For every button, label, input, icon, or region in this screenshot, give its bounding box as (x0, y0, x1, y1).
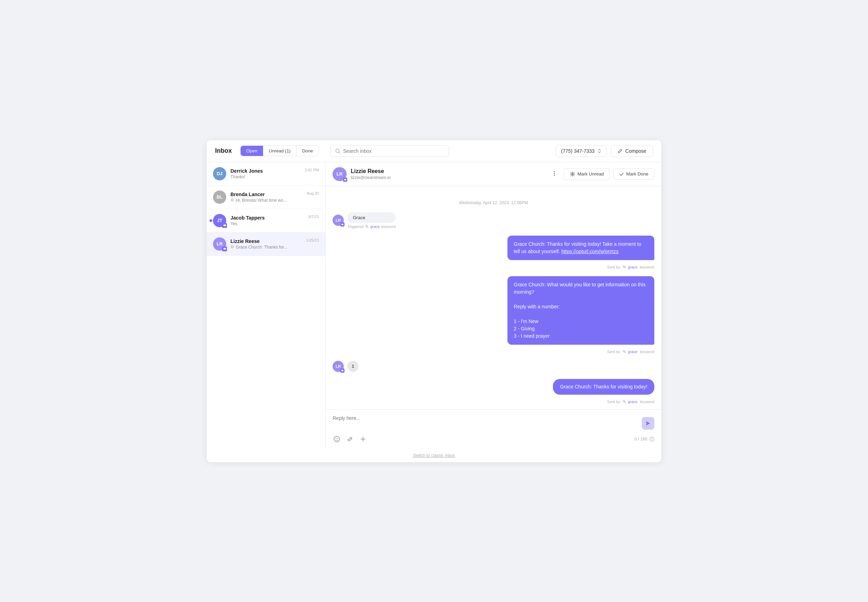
emoji-button[interactable] (333, 435, 341, 443)
sent-by-2: Sent by grace keyword (607, 350, 654, 354)
phone-selector[interactable]: (775) 347-7333 (556, 145, 607, 157)
char-count: 0 / 160 (634, 437, 654, 442)
classic-inbox-link[interactable]: Switch to classic inbox (413, 453, 455, 458)
outgoing-bubble-3: Grace Church: Thanks for visiting today! (553, 379, 654, 395)
keyword-bubble: Grace (347, 212, 396, 223)
key-icon-3 (622, 350, 626, 353)
msg-avatar-badge-4 (340, 369, 344, 373)
chat-contact-name: Lizzie Reese (351, 168, 545, 174)
svg-rect-3 (223, 248, 226, 250)
tab-unread[interactable]: Unread (1) (263, 146, 297, 156)
send-icon (645, 421, 651, 426)
phone-number: (775) 347-7333 (561, 148, 595, 154)
grace-keyword-link-3[interactable]: grace (628, 350, 638, 354)
message-group-3: Grace Church: What would you like to get… (333, 276, 654, 354)
grace-keyword-link-1[interactable]: grace (370, 224, 380, 229)
reply-icon-lr (230, 245, 234, 249)
mark-unread-button[interactable]: Mark Unread (564, 168, 610, 180)
mark-unread-label: Mark Unread (578, 171, 604, 177)
sidebar: DJ Derrick Jones Thanks! 3:41 PM BL Bren… (207, 162, 326, 449)
compose-icon (618, 149, 622, 154)
number-bubble: 1 (347, 361, 358, 372)
key-icon-2 (622, 265, 626, 269)
chat-header: LR Lizzie Reese lizzie@clearstream.io (326, 162, 661, 186)
outgoing-bubble-1: Grace Church: Thanks for visiting today!… (507, 236, 654, 260)
contact-info-lr: Lizzie Reese Grace Church: Thanks for... (230, 238, 302, 250)
avatar-badge-jt (222, 223, 227, 228)
chat-avatar-badge (343, 178, 347, 182)
chat-messages: Wednesday, April 12, 2023, 12:06PM LR Gr… (326, 186, 661, 409)
msg-avatar-badge-1 (340, 222, 344, 227)
opturl-link[interactable]: https://opturl.com/w/pnrtzs (561, 249, 618, 254)
compose-button[interactable]: Compose (611, 145, 653, 157)
svg-rect-2 (223, 224, 226, 226)
plus-icon (360, 436, 366, 442)
contact-time-bl: Aug 20 (307, 191, 319, 195)
contact-name-jt: Jacob Tappers (230, 215, 304, 221)
triggered-label: Triggered grace keyword (347, 224, 396, 229)
msg-avatar-1: LR (333, 215, 344, 226)
add-button[interactable] (359, 435, 367, 443)
search-input[interactable] (343, 148, 444, 154)
message-group-1: LR Grace Triggered g (333, 212, 654, 229)
svg-line-1 (339, 152, 340, 153)
reply-input[interactable] (333, 415, 654, 429)
tab-done[interactable]: Done (297, 146, 319, 156)
chat-header-info: Lizzie Reese lizzie@clearstream.io (351, 168, 545, 180)
message-group-4: LR 1 (333, 361, 654, 372)
chat-header-actions: Mark Unread Mark Done (564, 168, 654, 180)
svg-rect-9 (341, 224, 343, 225)
chat-avatar: LR (333, 167, 347, 181)
chevron-up-down-icon (597, 149, 602, 154)
grace-keyword-link-2[interactable]: grace (628, 265, 638, 269)
svg-rect-4 (344, 179, 346, 180)
contact-item-dj[interactable]: DJ Derrick Jones Thanks! 3:41 PM (207, 162, 325, 186)
outgoing-bubble-2: Grace Church: What would you like to get… (507, 276, 654, 345)
keyword-content-1: Grace Triggered grace keyword (347, 212, 396, 229)
contact-item-bl[interactable]: BL Brenda Lancer Hi, Brenda! What time w… (207, 186, 325, 209)
svg-point-17 (338, 438, 338, 439)
tab-open[interactable]: Open (241, 146, 263, 156)
link-icon (347, 436, 353, 442)
contact-time-dj: 3:41 PM (304, 168, 319, 172)
contact-name-dj: Derrick Jones (230, 168, 300, 174)
grace-keyword-link-4[interactable]: grace (628, 399, 638, 404)
sent-by-3: Sent by grace keyword (607, 399, 654, 404)
mark-unread-icon (570, 171, 575, 177)
contact-time-lr: 1/25/23 (306, 238, 319, 242)
header: Inbox Open Unread (1) Done (775) 347-733… (207, 140, 661, 162)
message-group-2: Grace Church: Thanks for visiting today!… (333, 236, 654, 269)
app-container: Inbox Open Unread (1) Done (775) 347-733… (207, 140, 661, 462)
date-divider: Wednesday, April 12, 2023, 12:06PM (333, 200, 654, 205)
compose-label: Compose (625, 148, 646, 154)
chat-contact-email: lizzie@clearstream.io (351, 175, 545, 180)
contact-time-jt: 9/7/23 (308, 215, 319, 219)
contact-name-bl: Brenda Lancer (230, 192, 303, 197)
contact-preview-dj: Thanks! (230, 174, 300, 179)
reply-area: 0 / 160 (326, 409, 661, 449)
reply-tools: 0 / 160 (333, 435, 654, 443)
contact-item-lr[interactable]: LR Lizzie Reese Grace Church: Thanks for… (207, 232, 325, 256)
key-icon (365, 224, 369, 228)
bottom-link-area: Switch to classic inbox (207, 449, 661, 462)
emoji-icon (333, 436, 340, 442)
avatar-jt: JT (213, 214, 226, 227)
tab-group: Open Unread (1) Done (240, 146, 319, 156)
avatar-dj: DJ (213, 167, 226, 180)
contact-preview-lr: Grace Church: Thanks for... (230, 245, 302, 250)
more-options-button[interactable] (549, 168, 559, 180)
send-button[interactable] (642, 417, 654, 430)
svg-rect-13 (341, 370, 343, 371)
mark-done-label: Mark Done (626, 171, 648, 177)
msg-avatar-4: LR (333, 361, 344, 372)
main-content: DJ Derrick Jones Thanks! 3:41 PM BL Bren… (207, 162, 661, 449)
sent-by-1: Sent by grace keyword (607, 265, 654, 269)
search-box (330, 145, 449, 157)
mark-done-icon (619, 172, 624, 177)
reply-icon-bl (230, 198, 234, 202)
link-button[interactable] (346, 435, 354, 443)
avatar-bl: BL (213, 190, 226, 204)
contact-item-jt[interactable]: JT Jacob Tappers Yes 9/7/23 (207, 209, 325, 232)
chat-panel: LR Lizzie Reese lizzie@clearstream.io (326, 162, 661, 449)
mark-done-button[interactable]: Mark Done (613, 168, 654, 180)
